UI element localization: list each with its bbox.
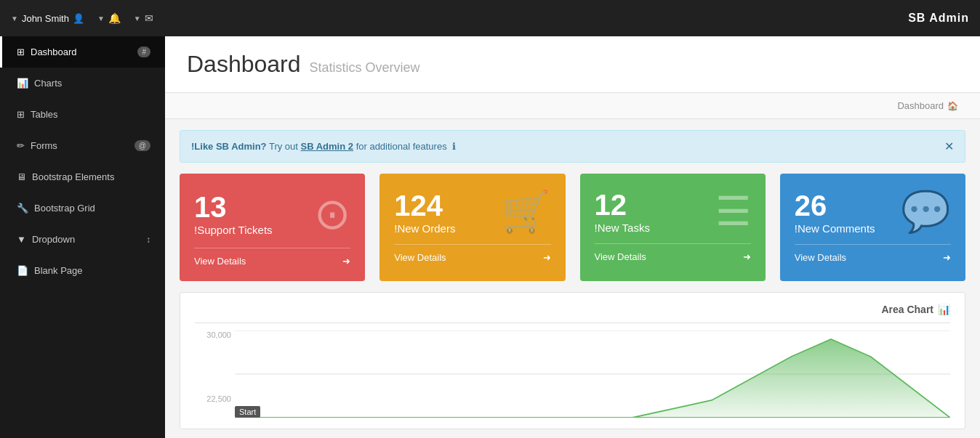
chart-header: Area Chart 📊	[195, 304, 950, 323]
sidebar-label-bootstrap-elements: Bootstrap Elements	[32, 171, 114, 182]
breadcrumb: Dashboard 🏠	[897, 100, 958, 111]
view-details-tasks: View Details	[595, 251, 646, 262]
chart-area: 30,000 22,500	[195, 330, 950, 418]
page-subtitle: Statistics Overview	[310, 60, 420, 76]
sidebar-badge-forms: @	[134, 140, 150, 151]
alert-middle: Try out	[269, 141, 301, 152]
app-title: SB Admin	[908, 12, 969, 25]
sidebar-label-bootstrap-grid: Bootstrap Grid	[34, 203, 95, 214]
alert-link[interactable]: SB Admin 2	[301, 141, 353, 152]
comments-icon: 💬	[901, 188, 951, 235]
chart-svg	[235, 330, 950, 418]
stat-number-support: 13	[194, 191, 273, 224]
user-name: John Smith	[22, 13, 69, 24]
area-chart-section: Area Chart 📊 30,000 22,500	[180, 292, 965, 429]
sidebar-item-dropdown[interactable]: ▼ Dropdown ↕	[0, 224, 165, 255]
stat-label-orders: !New Orders	[394, 222, 455, 235]
y-label-bottom: 22,500	[195, 394, 231, 403]
monitor-icon: 🖥	[17, 171, 26, 182]
sidebar-item-tables[interactable]: ⊞ Tables	[0, 99, 165, 130]
sidebar-label-tables: Tables	[31, 109, 58, 120]
sidebar: ⊞ Dashboard # 📊 Charts ⊞ Tables ✏ Forms	[0, 36, 165, 438]
page-title: Dashboard	[187, 51, 301, 78]
tables-icon: ⊞	[17, 109, 25, 120]
charts-icon: 📊	[17, 78, 28, 89]
stat-label-comments: !New Comments	[795, 222, 875, 235]
mail-icon: ✉	[145, 12, 153, 24]
info-icon: ℹ	[452, 141, 456, 152]
user-icon: 👤	[73, 13, 84, 24]
notifications-menu[interactable]: ▼ 🔔	[97, 12, 121, 24]
stat-label-tasks: !New Tasks	[595, 222, 650, 234]
chart-icon: 📊	[938, 304, 950, 315]
sidebar-label-blank-page: Blank Page	[34, 265, 83, 276]
breadcrumb-bar: Dashboard 🏠	[165, 93, 980, 119]
arrow-icon-comments: ➜	[943, 252, 951, 263]
forms-icon: ✏	[17, 140, 25, 151]
sort-icon: ↕	[146, 235, 150, 245]
stat-card-link-orders[interactable]: View Details ➜	[394, 244, 550, 263]
messages-menu[interactable]: ▼ ✉	[134, 12, 153, 24]
stat-card-link-support[interactable]: View Details ➜	[194, 248, 350, 267]
view-details-comments: View Details	[795, 252, 846, 263]
stat-card-support: 13 !Support Tickets ⊙ View Details ➜	[180, 174, 365, 281]
main-layout: ⊞ Dashboard # 📊 Charts ⊞ Tables ✏ Forms	[0, 36, 980, 438]
y-label-top: 30,000	[195, 330, 231, 339]
stat-card-link-tasks[interactable]: View Details ➜	[595, 243, 751, 262]
dropdown-arrow-icon: ▼	[11, 15, 18, 23]
stat-label-support: !Support Tickets	[194, 224, 273, 236]
alert-end: for additional features	[356, 141, 447, 152]
sidebar-label-dropdown: Dropdown	[32, 234, 75, 245]
view-details-support: View Details	[194, 256, 246, 267]
sidebar-item-forms[interactable]: ✏ Forms @	[0, 130, 165, 161]
stat-cards-container: 13 !Support Tickets ⊙ View Details ➜ 124…	[165, 163, 980, 292]
stat-card-tasks: 12 !New Tasks ☰ View Details ➜	[580, 174, 766, 281]
support-icon: ⊙	[314, 188, 350, 239]
chart-yaxis: 30,000 22,500	[195, 330, 231, 403]
sidebar-badge-dashboard: #	[137, 46, 150, 57]
arrow-icon-tasks: ➜	[743, 251, 751, 262]
arrow-icon-orders: ➜	[543, 252, 551, 263]
alert-banner: !Like SB Admin? Try out SB Admin 2 for a…	[180, 130, 965, 163]
stat-number-comments: 26	[795, 190, 875, 222]
page-header: Dashboard Statistics Overview	[165, 36, 980, 93]
sidebar-item-blank-page[interactable]: 📄 Blank Page	[0, 255, 165, 286]
sidebar-item-bootstrap-grid[interactable]: 🔧 Bootstrap Grid	[0, 192, 165, 224]
page-icon: 📄	[17, 265, 28, 276]
main-content: Dashboard Statistics Overview Dashboard …	[165, 36, 980, 438]
breadcrumb-text: Dashboard	[897, 100, 944, 111]
sidebar-label-charts: Charts	[34, 78, 62, 89]
sidebar-item-bootstrap-elements[interactable]: 🖥 Bootstrap Elements	[0, 161, 165, 192]
user-menu[interactable]: ▼ John Smith 👤	[11, 13, 84, 24]
bell-icon: 🔔	[108, 12, 121, 24]
stat-card-orders: 124 !New Orders 🛒 View Details ➜	[379, 174, 565, 281]
top-navigation: ▼ John Smith 👤 ▼ 🔔 ▼ ✉ SB Admin	[0, 0, 980, 36]
tasks-icon: ☰	[715, 188, 751, 235]
sidebar-item-dashboard[interactable]: ⊞ Dashboard #	[0, 36, 165, 68]
topnav-left: ▼ John Smith 👤 ▼ 🔔 ▼ ✉	[11, 12, 153, 24]
sidebar-item-charts[interactable]: 📊 Charts	[0, 68, 165, 99]
sidebar-label-forms: Forms	[31, 140, 57, 151]
dropdown-arrow-icon2: ▼	[97, 15, 105, 23]
home-icon: 🏠	[947, 101, 958, 111]
stat-card-link-comments[interactable]: View Details ➜	[795, 244, 951, 263]
orders-icon: 🛒	[501, 188, 551, 235]
wrench-icon: 🔧	[17, 203, 28, 214]
alert-strong: !Like SB Admin?	[191, 141, 267, 152]
arrow-icon-support: ➜	[342, 256, 350, 267]
view-details-orders: View Details	[394, 252, 446, 263]
stat-number-orders: 124	[394, 190, 455, 222]
stat-card-comments: 26 !New Comments 💬 View Details ➜	[780, 174, 965, 281]
dashboard-icon: ⊞	[17, 46, 25, 57]
dropdown-arrow-icon3: ▼	[134, 15, 141, 23]
chart-title: Area Chart	[881, 304, 933, 315]
alert-text: !Like SB Admin? Try out SB Admin 2 for a…	[191, 141, 937, 152]
alert-close-button[interactable]: ✕	[944, 139, 954, 153]
dropdown-arrow-left-icon: ▼	[17, 234, 26, 245]
chart-start-label: Start	[235, 406, 260, 418]
sidebar-label-dashboard: Dashboard	[31, 46, 77, 57]
stat-number-tasks: 12	[595, 189, 650, 222]
